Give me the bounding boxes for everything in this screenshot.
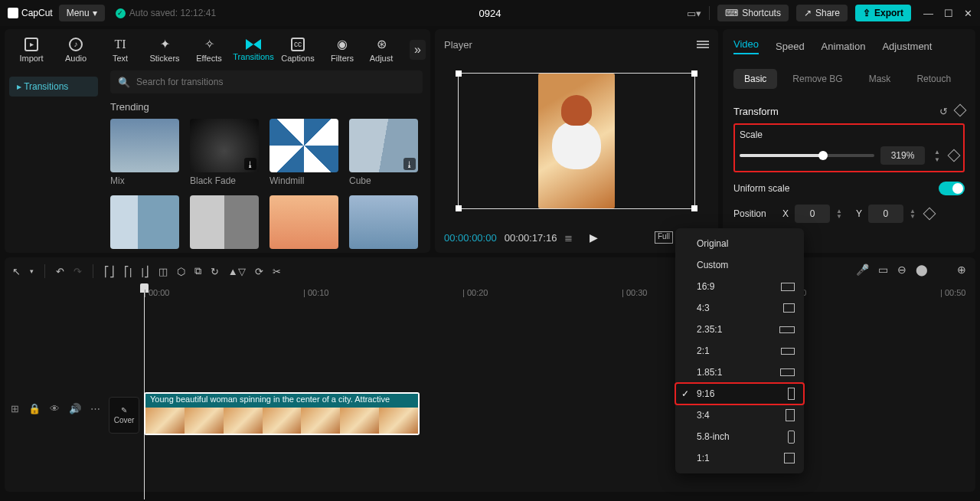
ratio-option-34[interactable]: 3:4	[675, 404, 804, 426]
track-visible-icon[interactable]: 👁	[50, 403, 60, 414]
handle-br[interactable]	[691, 205, 697, 211]
tab-filters[interactable]: ◉Filters	[322, 37, 363, 63]
selection-tool-icon[interactable]: ↖	[12, 266, 21, 277]
crop-icon[interactable]: ◫	[158, 266, 168, 277]
ratio-option-original[interactable]: Original	[675, 233, 804, 254]
slider-knob[interactable]	[818, 151, 828, 160]
timeline-ruler[interactable]: | 00:00 | 00:10 | 00:20 | 00:30 | 00:40 …	[5, 285, 975, 303]
trim-left-icon[interactable]: ⎡|	[124, 266, 132, 277]
transition-item[interactable]	[190, 195, 259, 249]
full-button[interactable]: Full	[655, 231, 673, 244]
panel-icon[interactable]: ▭	[878, 264, 888, 276]
tab-video[interactable]: Video	[733, 38, 759, 54]
aspect-preset-icon[interactable]: ▭▾	[687, 8, 701, 19]
video-clip[interactable]: Young beautiful woman spinning in the ce…	[144, 392, 420, 435]
redo-icon[interactable]: ↷	[74, 266, 82, 277]
close-icon[interactable]: ✕	[964, 8, 972, 19]
reverse-icon[interactable]: ↻	[211, 266, 219, 277]
subtab-retouch[interactable]: Retouch	[906, 69, 962, 89]
download-icon[interactable]: ⭳	[403, 158, 416, 170]
search-input[interactable]: 🔍	[110, 70, 423, 93]
track-mute-icon[interactable]: 🔊	[69, 403, 81, 414]
transition-mix[interactable]: Mix	[110, 119, 179, 186]
share-button[interactable]: ↗ Share	[796, 5, 848, 21]
tab-transitions[interactable]: Transitions	[233, 39, 274, 61]
mask-tool-icon[interactable]: ⬡	[177, 266, 185, 277]
tool-dropdown-icon[interactable]: ▾	[30, 267, 34, 275]
ratio-option-11[interactable]: 1:1	[675, 447, 804, 469]
tabs-more-icon[interactable]: »	[410, 40, 426, 60]
tab-text[interactable]: TIText	[100, 38, 141, 63]
tab-speed[interactable]: Speed	[776, 41, 805, 52]
trim-right-icon[interactable]: |⎦	[141, 266, 149, 277]
rotate-icon[interactable]: ⟳	[255, 266, 263, 277]
handle-tr[interactable]	[691, 70, 697, 77]
scale-slider[interactable]	[740, 154, 874, 157]
scale-stepper[interactable]: ▲▼	[931, 146, 943, 165]
crop2-icon[interactable]: ✂	[273, 266, 281, 277]
scale-keyframe-icon[interactable]	[948, 149, 961, 162]
tab-effects[interactable]: ✧Effects	[188, 37, 230, 63]
ratio-option-1851[interactable]: 1.85:1	[675, 362, 804, 383]
position-keyframe-icon[interactable]	[923, 208, 936, 221]
position-x-value[interactable]: 0	[795, 205, 830, 223]
download-icon[interactable]: ⭳	[244, 158, 256, 170]
copy-icon[interactable]: ⧉	[194, 265, 201, 277]
maximize-icon[interactable]: ☐	[944, 8, 953, 19]
track-lock-icon[interactable]: 🔒	[28, 403, 41, 414]
ratio-option-21[interactable]: 2:1	[675, 340, 804, 362]
transition-windmill[interactable]: Windmill	[270, 119, 338, 186]
subtab-removebg[interactable]: Remove BG	[782, 69, 853, 89]
minimize-icon[interactable]: —	[923, 8, 933, 19]
track-area[interactable]: ⊞ 🔒 👁 🔊 ⋯ ✎ Cover Young beautiful woman …	[5, 303, 975, 316]
mirror-icon[interactable]: ▲▽	[228, 266, 246, 277]
undo-icon[interactable]: ↶	[56, 266, 64, 277]
split-icon[interactable]: ⎡⎦	[104, 266, 115, 277]
shortcuts-button[interactable]: ⌨ Shortcuts	[717, 5, 789, 21]
reset-icon[interactable]: ↺	[939, 106, 948, 117]
ratio-option-2351[interactable]: 2.35:1	[675, 319, 804, 340]
subtab-mask[interactable]: Mask	[858, 69, 902, 89]
compare-icon[interactable]: ≣	[564, 232, 573, 244]
tab-animation[interactable]: Animation	[822, 41, 866, 52]
player-canvas[interactable]	[435, 60, 718, 222]
transition-item[interactable]	[349, 195, 418, 249]
track-more-icon[interactable]: ⋯	[90, 403, 100, 414]
ratio-option-43[interactable]: 4:3	[675, 297, 804, 319]
zoom-out-icon[interactable]: ⊖	[897, 264, 906, 276]
keyframe-icon[interactable]	[954, 104, 967, 117]
menu-button[interactable]: Menu ▾	[59, 5, 105, 21]
tab-adjust[interactable]: ⊛Adjust	[366, 37, 397, 63]
x-stepper[interactable]: ▲▼	[836, 208, 842, 219]
ratio-option-custom[interactable]: Custom	[675, 254, 804, 276]
tab-adjustment[interactable]: Adjustment	[882, 41, 932, 52]
transition-item[interactable]	[110, 195, 179, 249]
tab-stickers[interactable]: ✦Stickers	[144, 37, 185, 63]
search-field[interactable]	[136, 77, 415, 87]
cover-button[interactable]: ✎ Cover	[109, 397, 139, 434]
transition-item[interactable]	[270, 195, 338, 249]
ratio-option-169[interactable]: 16:9	[675, 276, 804, 297]
y-stepper[interactable]: ▲▼	[910, 208, 916, 219]
play-button[interactable]: ▶	[590, 231, 598, 244]
magnet-icon[interactable]: ⬤	[916, 264, 928, 276]
tab-audio[interactable]: ♪Audio	[55, 38, 96, 63]
handle-tl[interactable]	[456, 70, 462, 77]
transition-cube[interactable]: ⭳ Cube	[349, 119, 418, 186]
ratio-option-916[interactable]: ✓9:16	[675, 383, 804, 404]
tab-captions[interactable]: ccCaptions	[277, 38, 318, 63]
ratio-option-58inch[interactable]: 5.8-inch	[675, 426, 804, 447]
zoom-in-icon[interactable]: ⊕	[957, 264, 966, 276]
position-y-value[interactable]: 0	[868, 205, 903, 223]
scale-value[interactable]: 319%	[880, 146, 925, 165]
tab-import[interactable]: ▸Import	[11, 38, 52, 63]
export-button[interactable]: ⇪ Export	[855, 5, 911, 21]
mic-icon[interactable]: 🎤	[856, 264, 869, 276]
sidebar-item-transitions[interactable]: ▸ Transitions	[9, 77, 98, 97]
player-menu-icon[interactable]	[697, 39, 709, 50]
subtab-basic[interactable]: Basic	[733, 69, 777, 89]
transition-black-fade[interactable]: ⭳ Black Fade	[190, 119, 259, 186]
uniform-scale-toggle[interactable]	[939, 182, 965, 195]
handle-bl[interactable]	[456, 205, 462, 211]
transform-frame[interactable]	[458, 73, 695, 209]
